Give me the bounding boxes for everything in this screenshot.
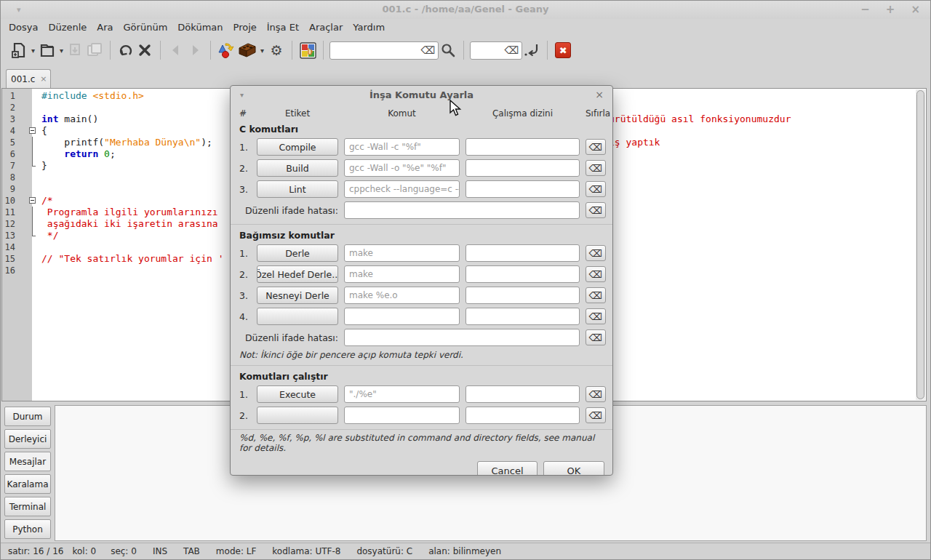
reload-button[interactable] — [116, 39, 135, 61]
command-input[interactable]: gcc -Wall -c "%f" — [344, 138, 460, 156]
goto-line-field[interactable]: ⌫ — [470, 41, 522, 60]
working-dir-input[interactable] — [466, 159, 580, 177]
close-document-button[interactable] — [135, 39, 154, 61]
dialog-close-icon[interactable]: × — [595, 89, 604, 100]
fold-marker[interactable] — [26, 137, 41, 148]
panel-tab-python[interactable]: Python — [4, 519, 51, 539]
label-button-build[interactable]: Build — [257, 159, 338, 177]
error-regex-input[interactable] — [344, 201, 580, 219]
menu-item-düzenle[interactable]: Düzenle — [43, 20, 92, 34]
tab-close-icon[interactable]: × — [40, 74, 47, 84]
clear-button[interactable]: ⌫ — [586, 386, 606, 402]
new-file-button[interactable] — [9, 39, 28, 61]
fold-marker[interactable] — [26, 195, 41, 207]
goto-line-input[interactable] — [475, 45, 504, 55]
clear-button[interactable]: ⌫ — [586, 139, 606, 155]
panel-tab-durum[interactable]: Durum — [4, 407, 51, 426]
panel-tab-derleyici[interactable]: Derleyici — [4, 429, 51, 449]
fold-box-icon[interactable] — [29, 127, 36, 134]
working-dir-input[interactable] — [466, 180, 580, 198]
command-input[interactable]: make — [344, 265, 460, 283]
clear-button[interactable]: ⌫ — [586, 287, 606, 303]
menu-item-döküman[interactable]: Döküman — [172, 20, 228, 34]
menu-item-yardım[interactable]: Yardım — [348, 20, 390, 34]
editor-scrollbar[interactable] — [916, 89, 925, 400]
toolbar-separator — [547, 41, 548, 60]
fold-marker[interactable] — [26, 148, 41, 160]
fold-marker[interactable] — [26, 207, 41, 218]
clear-button[interactable]: ⌫ — [586, 407, 606, 423]
menu-item-görünüm[interactable]: Görünüm — [119, 20, 173, 34]
working-dir-input[interactable] — [466, 244, 580, 262]
working-dir-input[interactable] — [466, 287, 580, 304]
open-file-button[interactable] — [38, 39, 57, 61]
working-dir-input[interactable] — [466, 308, 580, 325]
working-dir-input[interactable] — [466, 138, 580, 156]
label-button-execute[interactable]: Execute — [257, 385, 338, 403]
error-regex-input[interactable] — [344, 329, 580, 346]
line-number: 10 — [2, 196, 26, 206]
fold-marker[interactable] — [26, 218, 41, 230]
clear-button[interactable]: ⌫ — [586, 266, 606, 282]
working-dir-input[interactable] — [466, 407, 580, 424]
label-button-compile[interactable]: Compile — [257, 138, 338, 156]
panel-tab-terminal[interactable]: Terminal — [4, 497, 51, 516]
label-button-nesneyi-derle[interactable]: Nesneyi Derle — [257, 287, 338, 304]
maximize-button[interactable]: + — [886, 3, 895, 16]
fold-marker[interactable] — [26, 230, 41, 241]
label-button[interactable] — [257, 308, 338, 325]
label-button-özel-hedef-derle[interactable]: Özel Hedef Derle... — [257, 265, 338, 283]
clear-button[interactable]: ⌫ — [586, 202, 606, 218]
menu-item-dosya[interactable]: Dosya — [4, 20, 43, 34]
clear-button[interactable]: ⌫ — [586, 245, 606, 261]
clear-button[interactable]: ⌫ — [586, 308, 606, 324]
build-button[interactable] — [236, 39, 257, 61]
menu-item-i̇nşa-et[interactable]: İnşa Et — [262, 20, 304, 34]
command-input[interactable] — [344, 308, 460, 325]
search-field[interactable]: ⌫ — [329, 41, 439, 60]
command-input[interactable]: "./%e" — [344, 385, 460, 403]
tab-001c[interactable]: 001.c × — [6, 69, 51, 88]
editor-scrollbar-thumb[interactable] — [916, 90, 924, 399]
compile-button[interactable] — [217, 39, 236, 61]
command-input[interactable]: make %e.o — [344, 287, 460, 304]
jump-to-line-button[interactable] — [522, 39, 541, 61]
fold-box-icon[interactable] — [29, 197, 36, 204]
status-item: kol: 0 — [72, 546, 96, 556]
command-input[interactable]: gcc -Wall -o "%e" "%f" — [344, 159, 460, 177]
minimize-button[interactable]: − — [860, 3, 870, 16]
clear-button[interactable]: ⌫ — [586, 329, 606, 345]
label-button-lint[interactable]: Lint — [257, 180, 338, 198]
execute-button[interactable]: ⚙ — [267, 39, 286, 61]
close-button[interactable]: × — [911, 3, 920, 16]
clear-button[interactable]: ⌫ — [586, 181, 606, 197]
clear-button[interactable]: ⌫ — [586, 160, 606, 176]
working-dir-input[interactable] — [466, 265, 580, 283]
new-file-dropdown-icon[interactable]: ▾ — [31, 47, 35, 55]
color-chooser-button[interactable] — [298, 39, 317, 61]
fold-marker[interactable] — [26, 160, 41, 172]
menu-item-ara[interactable]: Ara — [92, 20, 118, 34]
command-input[interactable] — [344, 407, 460, 424]
command-input[interactable]: cppcheck --language=c --en — [344, 180, 460, 198]
ok-button[interactable]: OK — [543, 461, 604, 476]
clear-search-icon[interactable]: ⌫ — [420, 45, 435, 55]
clear-goto-icon[interactable]: ⌫ — [504, 45, 519, 55]
label-button-derle[interactable]: Derle — [257, 244, 338, 262]
dialog-titlebar[interactable]: ▾ İnşa Komutu Ayarla × — [231, 86, 612, 105]
find-button[interactable] — [439, 39, 457, 61]
cancel-button[interactable]: Cancel — [477, 461, 538, 476]
search-input[interactable] — [335, 45, 420, 55]
titlebar[interactable]: ▾ 001.c - /home/aa/Genel - Geany − + × — [1, 1, 930, 19]
open-file-dropdown-icon[interactable]: ▾ — [60, 47, 63, 55]
label-button[interactable] — [257, 407, 338, 424]
quit-button[interactable]: ✖ — [555, 42, 571, 58]
command-input[interactable]: make — [344, 244, 460, 262]
working-dir-input[interactable] — [466, 385, 580, 403]
panel-tab-mesajlar[interactable]: Mesajlar — [4, 452, 51, 471]
build-dropdown-icon[interactable]: ▾ — [260, 47, 264, 55]
panel-tab-karalama[interactable]: Karalama — [4, 474, 51, 494]
fold-marker[interactable] — [26, 125, 41, 137]
menu-item-proje[interactable]: Proje — [228, 20, 262, 34]
menu-item-araçlar[interactable]: Araçlar — [304, 20, 348, 34]
